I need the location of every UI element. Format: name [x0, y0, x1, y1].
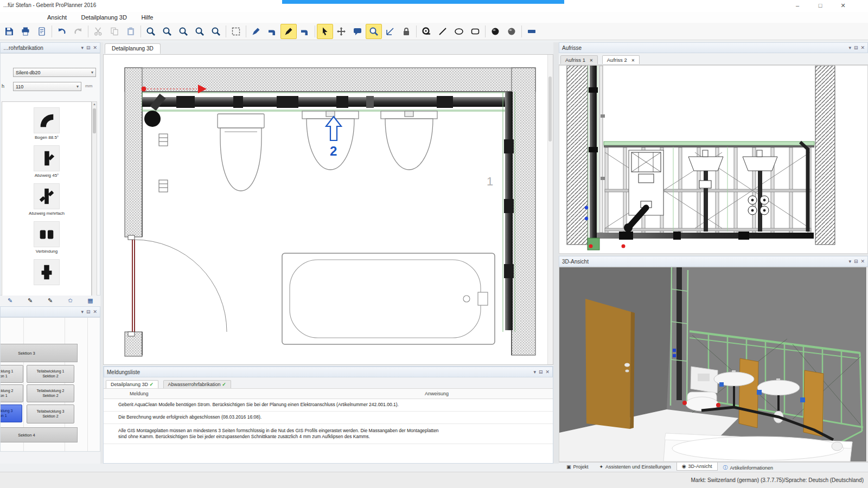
tab-aufriss-2[interactable]: Aufriss 2 ✕ — [602, 55, 640, 64]
messages-tab-detailplanung[interactable]: Detailplanung 3D ✓ — [106, 380, 158, 388]
comment-tool-button[interactable] — [349, 24, 366, 39]
annotation-tool-5[interactable]: ▦ — [84, 297, 97, 304]
bathtub-plan[interactable] — [282, 253, 495, 344]
menu-detailplanung-3d[interactable]: Detailplanung 3D — [75, 12, 133, 22]
panel-close-icon[interactable]: ✕ — [545, 369, 550, 375]
panel-pin-icon[interactable]: ⊟ — [539, 369, 543, 375]
shade-mode-button[interactable] — [503, 24, 520, 39]
messages-tab-abwasser[interactable]: Abwasserrohrfabrikation ✓ — [163, 380, 231, 388]
panel-menu-icon[interactable]: ▾ — [81, 45, 84, 50]
save-button[interactable] — [1, 24, 17, 39]
section-cell[interactable]: Teilabwicklung 2Sektion 2 — [27, 384, 74, 402]
section-header-box[interactable]: Sektion 3 — [0, 344, 78, 362]
section-bar-button[interactable] — [524, 24, 540, 39]
pipe-system-select[interactable]: Silent-db20 ▾ — [13, 68, 96, 77]
elevation-base-pipe[interactable] — [588, 232, 814, 250]
zoom-fit-button[interactable] — [192, 24, 208, 39]
floorplan-canvas[interactable]: 2 1 — [103, 54, 553, 365]
catalog-item-partial[interactable] — [2, 259, 91, 285]
pipe-connect-button[interactable] — [297, 24, 313, 39]
draw-rectangle-button[interactable] — [467, 24, 483, 39]
washbasin-2-plan[interactable] — [381, 111, 437, 170]
menu-hilfe[interactable]: Hilfe — [135, 12, 159, 22]
panel-pin-icon[interactable]: ⊟ — [854, 45, 858, 50]
soil-pipe-elbow[interactable] — [144, 111, 161, 127]
panel-close-icon[interactable]: ✕ — [860, 45, 865, 50]
panel-menu-icon[interactable]: ▾ — [848, 259, 851, 264]
elevation-view[interactable] — [559, 65, 868, 254]
view3d-render[interactable] — [559, 267, 866, 461]
dock-tab-projekt[interactable]: ▣ Projekt — [561, 463, 594, 471]
minimize-button[interactable]: – — [789, 1, 806, 10]
copy-button[interactable] — [106, 24, 123, 39]
cut-button[interactable] — [90, 24, 106, 39]
tape-measure-button[interactable] — [418, 24, 435, 39]
annotation-tool-4[interactable]: ✩ — [64, 297, 77, 304]
maximize-button[interactable]: □ — [812, 1, 828, 10]
scroll-up-icon[interactable]: ▴ — [93, 102, 95, 106]
measure-tool-button[interactable] — [382, 24, 398, 39]
section-cell[interactable]: Teilabwicklung 1Sektion 2 — [27, 365, 74, 383]
menu-ansicht[interactable]: Ansicht — [41, 12, 73, 22]
annotation-tool-3[interactable]: ✎ — [44, 297, 57, 304]
paste-button[interactable] — [123, 24, 139, 39]
dock-tab-assistenten[interactable]: ✦ Assistenten und Einstellungen — [594, 463, 676, 471]
door-3d[interactable] — [585, 299, 635, 429]
elevation-drawing[interactable] — [559, 66, 866, 252]
selection-frame-button[interactable] — [228, 24, 244, 39]
scrollbar-thumb[interactable] — [93, 108, 96, 133]
panel-menu-icon[interactable]: ▾ — [848, 45, 851, 50]
panel-close-icon[interactable]: ✕ — [93, 45, 97, 50]
message-row[interactable]: Alle GIS Montageplatten müssen an mindes… — [104, 424, 553, 444]
tab-detailplanung-3d[interactable]: Detailplanung 3D — [105, 43, 161, 54]
catalog-item-Abzweig mehrfach[interactable]: Abzweig mehrfach — [2, 183, 91, 216]
splitter-right[interactable] — [553, 42, 559, 464]
catalog-item-Bogen 88.5°[interactable]: Bogen 88.5° — [2, 107, 91, 140]
section-cell[interactable]: Teilabwicklung 1Sektion 1 — [0, 365, 23, 383]
catalog-item-Abzweig 45°[interactable]: Abzweig 45° — [2, 145, 91, 178]
print-button[interactable] — [17, 24, 34, 39]
panel-close-icon[interactable]: ✕ — [860, 259, 865, 264]
panel-pin-icon[interactable]: ⊟ — [854, 259, 858, 264]
undo-button[interactable] — [54, 24, 70, 39]
annotation-tool-1[interactable]: ✎ — [4, 297, 17, 304]
lock-tool-button[interactable] — [398, 24, 414, 39]
panel-pin-icon[interactable]: ⊟ — [86, 309, 91, 314]
zoom-window-button[interactable] — [175, 24, 192, 39]
panel-pin-icon[interactable]: ⊟ — [86, 45, 91, 50]
draw-ellipse-button[interactable] — [451, 24, 467, 39]
toilet-plan[interactable] — [218, 114, 264, 191]
dock-tab-3d-ansicht[interactable]: ◉ 3D-Ansicht — [676, 463, 718, 471]
draw-line-button[interactable] — [435, 24, 451, 39]
close-icon[interactable]: ✕ — [631, 58, 635, 63]
pipe-route-button[interactable] — [264, 24, 280, 39]
redo-button[interactable] — [70, 24, 86, 39]
panel-menu-icon[interactable]: ▾ — [81, 309, 84, 314]
canvas-vertical-scrollbar[interactable] — [547, 55, 553, 364]
pipe-edit-button[interactable] — [280, 24, 297, 39]
panel-close-icon[interactable]: ✕ — [93, 309, 97, 314]
section-cell-selected[interactable]: Teilabwicklung 3Sektion 1 — [0, 404, 22, 422]
section-footer-box[interactable]: Sektion 4 — [0, 427, 78, 442]
catalog-scrollbar[interactable]: ▴ ▾ — [92, 101, 97, 303]
probe-tool-button[interactable] — [248, 24, 264, 39]
catalog-item-Verbindung[interactable]: Verbindung — [2, 221, 91, 254]
find-element-button[interactable] — [366, 24, 382, 39]
tab-aufriss-1[interactable]: Aufriss 1 ✕ — [560, 55, 598, 64]
section-cell[interactable]: Teilabwicklung 2Sektion 1 — [0, 384, 23, 402]
view3d-viewport[interactable] — [559, 267, 868, 462]
scrollbar-thumb[interactable] — [548, 76, 552, 142]
message-row[interactable]: Die Berechnung wurde erfolgreich abgesch… — [104, 412, 553, 424]
message-row[interactable]: Geberit AquaClean Modelle benötigen Stro… — [104, 399, 553, 412]
diameter-select[interactable]: 110 ▾ — [13, 82, 81, 91]
annotation-tool-2[interactable]: ✎ — [24, 297, 37, 304]
section-cell[interactable]: Teilabwicklung 3Sektion 2 — [27, 404, 74, 423]
floor-plan-drawing[interactable]: 2 1 — [111, 58, 545, 362]
zoom-all-button[interactable] — [208, 24, 224, 39]
render-mode-button[interactable] — [487, 24, 503, 39]
move-tool-button[interactable] — [333, 24, 349, 39]
close-button[interactable]: ✕ — [835, 1, 851, 10]
select-cursor-button[interactable] — [317, 24, 333, 39]
close-icon[interactable]: ✕ — [590, 58, 593, 63]
report-button[interactable] — [34, 24, 50, 39]
